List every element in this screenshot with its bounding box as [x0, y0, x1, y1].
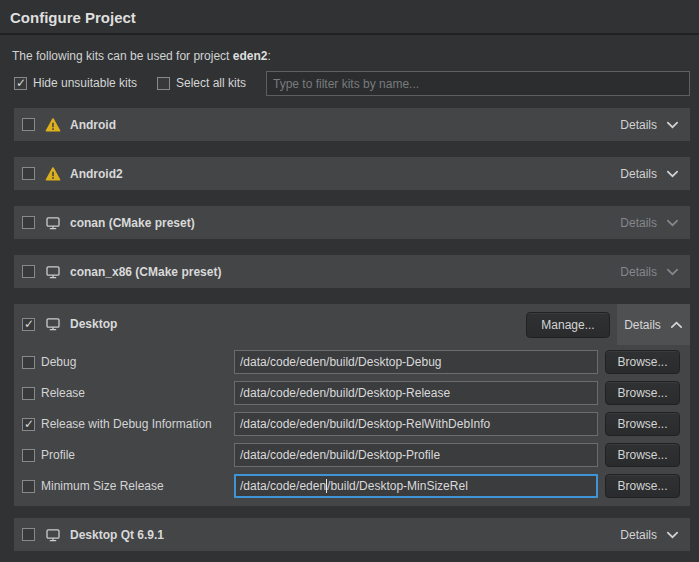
build-config-row-debug: Debug Browse... [14, 350, 690, 374]
desktop-icon [45, 215, 61, 231]
hide-unsuitable-checkbox[interactable] [14, 77, 27, 90]
kit-checkbox[interactable] [22, 216, 35, 229]
path-after-caret: /build/Desktop-MinSizeRel [327, 479, 468, 493]
build-dir-input[interactable] [234, 412, 598, 436]
description-text: The following kits can be used for proje… [12, 49, 233, 63]
browse-button[interactable]: Browse... [605, 350, 680, 374]
chevron-down-icon [666, 170, 679, 178]
browse-label: Browse... [617, 417, 667, 431]
chevron-down-icon [666, 219, 679, 227]
kit-checkbox[interactable] [22, 318, 35, 331]
kit-name: Desktop [70, 317, 117, 331]
title-divider [0, 33, 699, 35]
details-label: Details [620, 265, 657, 279]
build-config-row-profile: Profile Browse... [14, 443, 690, 467]
details-toggle[interactable]: Details [620, 528, 690, 542]
config-label: Profile [41, 448, 75, 462]
kit-name: Android2 [70, 167, 123, 181]
build-config-row-release: Release Browse... [14, 381, 690, 405]
select-all-kits-option: Select all kits [157, 76, 246, 90]
kit-row-android2: Android2 Details [14, 157, 690, 190]
config-checkbox[interactable] [22, 387, 35, 400]
kit-row-android: Android Details [14, 108, 690, 141]
desktop-icon [45, 316, 61, 332]
details-label: Details [620, 528, 657, 542]
desktop-icon [45, 264, 61, 280]
details-toggle[interactable]: Details [620, 167, 690, 181]
description-suffix: : [267, 49, 270, 63]
kit-checkbox[interactable] [22, 118, 35, 131]
kit-name: conan (CMake preset) [70, 216, 195, 230]
config-label: Release with Debug Information [41, 417, 212, 431]
kit-checkbox[interactable] [22, 528, 35, 541]
configure-project-page: Configure Project The following kits can… [0, 0, 699, 562]
hide-unsuitable-kits-option: Hide unsuitable kits [14, 76, 137, 90]
kit-checkbox[interactable] [22, 167, 35, 180]
config-checkbox[interactable] [22, 418, 35, 431]
config-label: Minimum Size Release [41, 479, 164, 493]
build-dir-input[interactable] [234, 350, 598, 374]
build-dir-input-focused[interactable]: /data/code/eden/build/Desktop-MinSizeRel [234, 474, 598, 498]
kit-row-conan: conan (CMake preset) Details [14, 206, 690, 239]
path-before-caret: /data/code/eden [240, 479, 326, 493]
select-all-checkbox[interactable] [157, 77, 170, 90]
page-title: Configure Project [10, 9, 136, 26]
manage-kits-button[interactable]: Manage... [526, 312, 610, 338]
config-label: Debug [41, 355, 76, 369]
details-toggle[interactable]: Details [620, 118, 690, 132]
chevron-down-icon [666, 121, 679, 129]
details-toggle: Details [620, 265, 690, 279]
details-label: Details [620, 216, 657, 230]
kits-description: The following kits can be used for proje… [12, 49, 271, 63]
select-all-label: Select all kits [176, 76, 246, 90]
config-checkbox[interactable] [22, 449, 35, 462]
build-dir-input[interactable] [234, 443, 598, 467]
kit-row-conan-x86: conan_x86 (CMake preset) Details [14, 255, 690, 288]
browse-button[interactable]: Browse... [605, 412, 680, 436]
build-dir-input[interactable] [234, 381, 598, 405]
browse-label: Browse... [617, 448, 667, 462]
manage-label: Manage... [541, 318, 594, 332]
warning-icon [45, 117, 61, 133]
browse-label: Browse... [617, 479, 667, 493]
kit-row-desktop-expanded: Desktop Manage... Details Debug Browse..… [14, 304, 690, 506]
browse-button[interactable]: Browse... [605, 474, 680, 498]
project-name: eden2 [233, 49, 268, 63]
details-label: Details [624, 318, 661, 332]
kit-name: conan_x86 (CMake preset) [70, 265, 221, 279]
warning-icon [45, 166, 61, 182]
browse-label: Browse... [617, 386, 667, 400]
kit-filter-input[interactable] [266, 71, 690, 96]
build-config-row-minsizerel: Minimum Size Release /data/code/eden/bui… [14, 474, 690, 498]
kit-checkbox[interactable] [22, 265, 35, 278]
chevron-down-icon [666, 531, 679, 539]
kit-name: Android [70, 118, 116, 132]
hide-unsuitable-label: Hide unsuitable kits [33, 76, 137, 90]
details-toggle: Details [620, 216, 690, 230]
kit-row-desktop-qt-691: Desktop Qt 6.9.1 Details [14, 518, 690, 551]
build-config-row-relwithdebinfo: Release with Debug Information Browse... [14, 412, 690, 436]
details-label: Details [620, 118, 657, 132]
browse-button[interactable]: Browse... [605, 443, 680, 467]
chevron-down-icon [666, 268, 679, 276]
details-toggle-expanded[interactable]: Details [617, 304, 690, 345]
chevron-up-icon [670, 321, 683, 329]
kit-name: Desktop Qt 6.9.1 [70, 528, 164, 542]
desktop-icon [45, 527, 61, 543]
browse-label: Browse... [617, 355, 667, 369]
browse-button[interactable]: Browse... [605, 381, 680, 405]
config-label: Release [41, 386, 85, 400]
config-checkbox[interactable] [22, 480, 35, 493]
config-checkbox[interactable] [22, 356, 35, 369]
details-label: Details [620, 167, 657, 181]
